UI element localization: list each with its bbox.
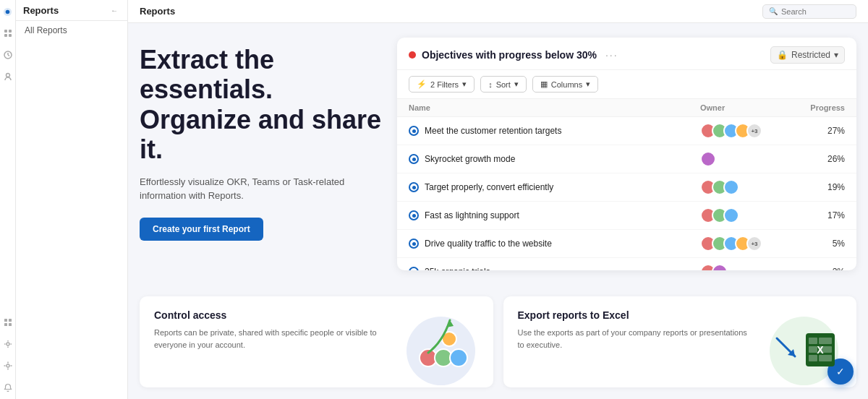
svg-rect-12: [4, 323, 7, 326]
svg-rect-4: [4, 34, 7, 37]
svg-marker-16: [446, 320, 454, 327]
export-excel-text: Export reports to Excel Use the exports …: [518, 309, 756, 351]
sidebar-clock-icon[interactable]: [2, 49, 14, 61]
sidebar-home-icon[interactable]: [2, 6, 14, 17]
nav-panel: Reports ← All Reports: [16, 0, 128, 399]
main-header: Reports 🔍: [128, 0, 868, 23]
filters-button[interactable]: ⚡ 2 Filters ▾: [409, 76, 475, 93]
control-access-text: Control access Reports can be private, s…: [154, 309, 392, 351]
hero-title: Extract the essentials. Organize and sha…: [140, 45, 386, 165]
table-body: Meet the customer retention targets+327%…: [397, 117, 856, 270]
row-name: Fast as lightning support: [409, 210, 700, 220]
row-progress: 27%: [787, 126, 845, 136]
svg-point-1: [6, 9, 10, 14]
page-title: Reports: [140, 6, 175, 17]
control-access-visual: [392, 309, 479, 374]
svg-rect-21: [809, 346, 817, 353]
sort-button[interactable]: ↕ Sort ▾: [480, 76, 527, 93]
control-access-card: Control access Reports can be private, s…: [140, 296, 493, 387]
table-header: Name Owner Progress: [397, 99, 856, 117]
control-access-title: Control access: [154, 309, 392, 321]
svg-rect-24: [819, 355, 832, 361]
export-excel-title: Export reports to Excel: [518, 309, 756, 321]
main-content: Reports 🔍 Extract the essentials. Organi…: [128, 0, 868, 399]
table-row[interactable]: Target properly, convert efficiently19%: [397, 173, 856, 202]
row-avatars: +3: [700, 123, 787, 139]
svg-point-9: [6, 74, 9, 77]
row-name: Skyrocket growth mode: [409, 154, 700, 164]
columns-button[interactable]: ▦ Columns ▾: [532, 76, 598, 93]
search-icon: 🔍: [769, 7, 778, 15]
table-row[interactable]: Fast as lightning support17%: [397, 202, 856, 230]
sidebar-person-icon[interactable]: [2, 71, 14, 82]
svg-rect-11: [9, 319, 12, 322]
svg-rect-5: [9, 34, 12, 37]
sidebar-nav-icon-1[interactable]: [2, 27, 14, 39]
content-area: Extract the essentials. Organize and sha…: [128, 23, 868, 285]
export-excel-card: Export reports to Excel Use the exports …: [503, 296, 857, 387]
sidebar-bell-icon[interactable]: [2, 382, 14, 393]
col-progress-header: Progress: [787, 103, 845, 112]
col-name-header: Name: [409, 103, 700, 112]
export-excel-visual: X: [755, 309, 842, 374]
chevron-down-icon: ▾: [834, 50, 838, 60]
more-options-button[interactable]: ···: [605, 49, 618, 61]
report-table: Name Owner Progress Meet the customer re…: [397, 99, 856, 270]
control-access-desc: Reports can be private, shared with spec…: [154, 327, 392, 351]
row-avatars: +3: [700, 236, 787, 252]
svg-point-15: [7, 364, 9, 367]
svg-point-14: [7, 343, 9, 346]
svg-line-8: [8, 55, 9, 56]
svg-rect-19: [809, 338, 817, 344]
report-title: Objectives with progress below 30%: [422, 49, 597, 61]
row-progress: 19%: [787, 182, 845, 192]
svg-rect-10: [4, 319, 7, 322]
restricted-badge[interactable]: 🔒 Restricted ▾: [770, 46, 845, 64]
status-dot: [409, 51, 416, 59]
row-avatars: [700, 151, 787, 167]
filters-chevron-icon: ▾: [462, 80, 467, 89]
report-card: Objectives with progress below 30% ··· 🔒…: [397, 38, 856, 270]
create-report-button[interactable]: Create your first Report: [140, 218, 263, 241]
nav-collapse-button[interactable]: ←: [109, 4, 120, 16]
sidebar-strip: [0, 0, 16, 399]
svg-rect-3: [9, 30, 12, 33]
row-progress: 26%: [787, 154, 845, 164]
table-row[interactable]: Skyrocket growth mode26%: [397, 145, 856, 173]
columns-icon: ▦: [540, 80, 548, 89]
restricted-label: Restricted: [791, 50, 830, 60]
svg-rect-2: [4, 30, 7, 33]
row-name: 35k organic trials: [409, 267, 700, 270]
sort-icon: ↕: [488, 80, 493, 89]
bottom-cards: Control access Reports can be private, s…: [128, 296, 868, 399]
row-name: Drive quality traffic to the website: [409, 239, 700, 249]
table-row[interactable]: Drive quality traffic to the website+35%: [397, 230, 856, 258]
nav-item-all-reports[interactable]: All Reports: [16, 21, 127, 40]
nav-panel-title: Reports: [23, 5, 59, 16]
svg-text:X: X: [817, 344, 824, 356]
report-toolbar: ⚡ 2 Filters ▾ ↕ Sort ▾ ▦ Columns ▾: [397, 70, 856, 99]
sidebar-settings-icon[interactable]: [2, 338, 14, 350]
lock-icon: 🔒: [777, 50, 788, 60]
row-name: Target properly, convert efficiently: [409, 182, 700, 192]
row-progress: 2%: [787, 267, 845, 270]
svg-rect-13: [9, 323, 12, 326]
search-bar[interactable]: 🔍: [762, 4, 856, 19]
nav-panel-header: Reports ←: [16, 0, 127, 21]
search-input[interactable]: [781, 7, 850, 16]
svg-rect-23: [809, 355, 817, 361]
sidebar-settings2-icon[interactable]: [2, 360, 14, 372]
report-title-row: Objectives with progress below 30% ···: [409, 49, 618, 61]
hero-subtitle: Effortlessly visualize OKR, Teams or Tas…: [140, 175, 386, 203]
table-row[interactable]: 35k organic trials2%: [397, 258, 856, 270]
row-progress: 5%: [787, 239, 845, 249]
sidebar-grid-icon[interactable]: [2, 317, 14, 328]
columns-chevron-icon: ▾: [586, 80, 590, 89]
table-row[interactable]: Meet the customer retention targets+327%: [397, 117, 856, 145]
row-name: Meet the customer retention targets: [409, 126, 700, 136]
row-progress: 17%: [787, 210, 845, 220]
row-avatars: [700, 179, 787, 195]
hero-section: Extract the essentials. Organize and sha…: [140, 38, 386, 270]
row-avatars: [700, 264, 787, 270]
row-avatars: [700, 207, 787, 223]
